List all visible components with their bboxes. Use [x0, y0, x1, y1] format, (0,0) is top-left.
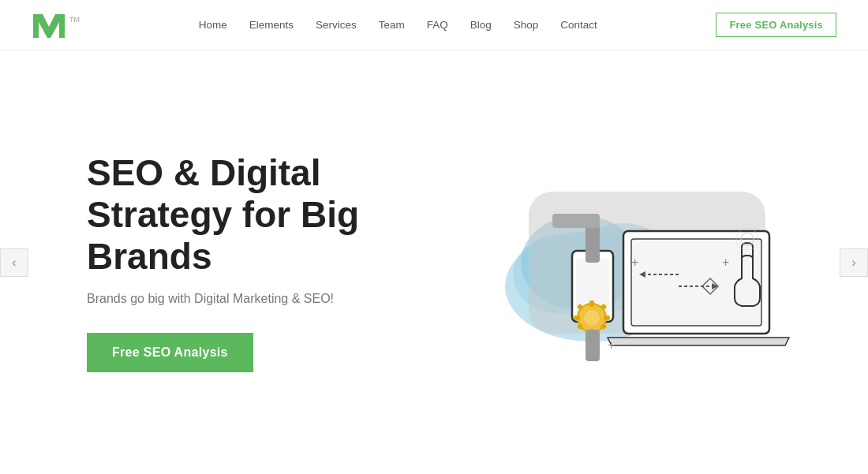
- svg-rect-31: [586, 330, 600, 361]
- hero-title: SEO & Digital Strategy for Big Brands: [87, 152, 363, 278]
- svg-rect-15: [574, 315, 580, 320]
- hero-section: ‹ SEO & Digital Strategy for Big Brands …: [0, 50, 868, 474]
- hero-cta-button[interactable]: Free SEO Analysis: [87, 333, 253, 372]
- svg-text:+: +: [631, 256, 638, 269]
- nav-contact[interactable]: Contact: [560, 19, 597, 31]
- chevron-right-icon: ›: [851, 256, 855, 270]
- hero-content: SEO & Digital Strategy for Big Brands Br…: [32, 152, 363, 372]
- logo-tm: TM: [69, 16, 80, 24]
- svg-rect-12: [589, 300, 594, 307]
- hero-illustration: + + +: [363, 129, 836, 397]
- hero-subtitle: Brands go big with Digital Marketing & S…: [87, 292, 363, 306]
- logo[interactable]: TM: [32, 11, 80, 39]
- site-header: TM Home Elements Services Team FAQ Blog …: [0, 0, 868, 50]
- svg-rect-32: [552, 214, 600, 228]
- nav-blog[interactable]: Blog: [470, 19, 492, 31]
- hero-svg: + + +: [434, 129, 797, 397]
- logo-icon: [32, 11, 66, 39]
- nav-shop[interactable]: Shop: [514, 19, 539, 31]
- chevron-left-icon: ‹: [12, 256, 16, 270]
- svg-point-11: [584, 310, 600, 326]
- header-cta-button[interactable]: Free SEO Analysis: [716, 13, 836, 37]
- svg-rect-14: [604, 315, 610, 320]
- nav-team[interactable]: Team: [379, 19, 405, 31]
- nav-faq[interactable]: FAQ: [427, 19, 448, 31]
- nav-elements[interactable]: Elements: [249, 19, 294, 31]
- nav-home[interactable]: Home: [199, 19, 227, 31]
- svg-text:+: +: [608, 338, 615, 352]
- nav-services[interactable]: Services: [316, 19, 357, 31]
- svg-rect-30: [586, 223, 600, 263]
- next-arrow[interactable]: ›: [840, 248, 868, 277]
- svg-text:+: +: [722, 256, 729, 269]
- main-nav: Home Elements Services Team FAQ Blog Sho…: [199, 19, 597, 31]
- prev-arrow[interactable]: ‹: [0, 248, 28, 277]
